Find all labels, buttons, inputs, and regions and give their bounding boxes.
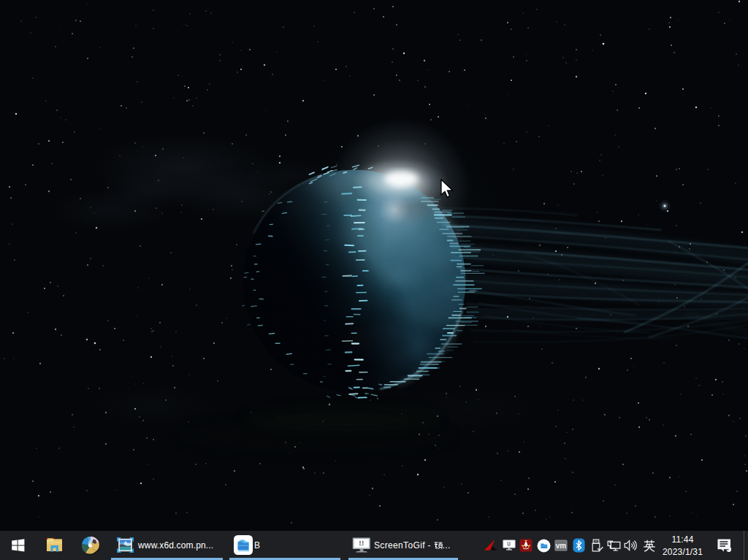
svg-text:vm: vm [556,542,567,550]
